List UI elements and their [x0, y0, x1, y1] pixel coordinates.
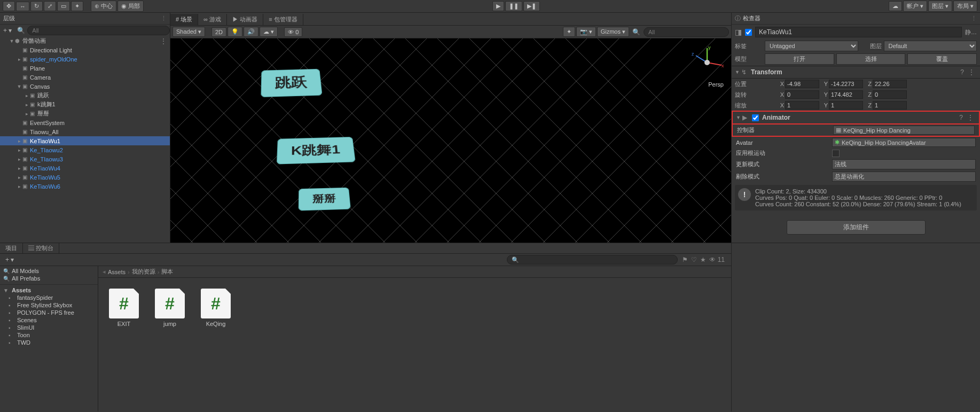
hierarchy-item[interactable]: ▸▣k跳舞1 — [0, 100, 170, 109]
folder-item[interactable]: ▪SlimUI — [0, 324, 98, 331]
avatar-field[interactable]: ✱KeQing_Hip Hop DancingAvatar — [832, 138, 976, 147]
tool-hand[interactable]: ✥ — [3, 1, 15, 11]
animator-enabled-checkbox[interactable] — [752, 114, 759, 121]
scene-menu-icon[interactable]: ⋮ — [160, 37, 170, 45]
tab-package-manager[interactable]: ≡ 包管理器 — [263, 14, 303, 25]
hidden-toggle-icon[interactable]: 👁 11 — [709, 256, 725, 263]
expand-icon[interactable]: ▼ — [9, 38, 15, 44]
expand-icon[interactable]: ▸ — [23, 111, 30, 116]
project-search-input[interactable] — [507, 255, 678, 265]
hierarchy-item[interactable]: ▸▣跳跃 — [0, 91, 170, 100]
project-add-icon[interactable]: + ▾ — [2, 256, 17, 263]
hierarchy-item[interactable]: ▼▣Canvas — [0, 82, 170, 91]
pos-z-input[interactable] — [873, 80, 907, 88]
favorite-item[interactable]: 🔍All Prefabs — [0, 275, 98, 282]
tab-project[interactable]: 项目 — [0, 243, 23, 253]
toggle-fx[interactable]: ☁ ▾ — [260, 27, 278, 37]
toggle-audio[interactable]: 🔊 — [244, 27, 258, 37]
assets-root[interactable]: ▼Assets — [0, 284, 98, 294]
add-component-button[interactable]: 添加组件 — [787, 220, 926, 235]
toggle-light[interactable]: 💡 — [228, 27, 242, 37]
folder-item[interactable]: ▪TWD — [0, 339, 98, 346]
select-button[interactable]: 选择 — [836, 53, 906, 65]
rot-x-input[interactable] — [785, 90, 819, 99]
expand-icon[interactable]: ▸ — [23, 93, 30, 98]
script-file[interactable]: #jump — [155, 289, 185, 327]
hierarchy-item[interactable]: ▣Plane — [0, 64, 170, 73]
projection-label[interactable]: Persp — [708, 81, 724, 88]
folder-item[interactable]: ▪Toon — [0, 331, 98, 339]
breadcrumb-item[interactable]: 我的资源 — [132, 268, 155, 276]
pivot-center[interactable]: ⊕ 中心 — [91, 1, 116, 12]
shaded-dropdown[interactable]: Shaded ▾ — [173, 27, 205, 37]
folder-item[interactable]: ▪Scenes — [0, 316, 98, 324]
pause-button[interactable]: ❚❚ — [505, 1, 522, 11]
tag-dropdown[interactable]: Untagged — [765, 41, 858, 51]
tab-game[interactable]: ∞ 游戏 — [198, 14, 227, 25]
tool-move[interactable]: ↔ — [16, 2, 29, 11]
tool-rect[interactable]: ▭ — [57, 1, 70, 11]
component-menu-icon[interactable]: ⋮ — [965, 114, 976, 121]
pivot-local[interactable]: ◉ 局部 — [117, 1, 144, 12]
toggle-hidden[interactable]: 👁 0 — [284, 27, 302, 37]
layout-dropdown[interactable]: 布局 ▾ — [953, 1, 977, 12]
scene-search-input[interactable] — [644, 27, 729, 37]
hierarchy-add-icon[interactable]: + ▾ — [0, 27, 15, 34]
hierarchy-item[interactable]: ▸▣KeTiaoWu4 — [0, 164, 170, 173]
toggle-2d[interactable]: 2D — [211, 27, 226, 37]
hierarchy-menu-icon[interactable]: ⋮ — [161, 15, 167, 22]
hierarchy-item[interactable]: ▸▣掰掰 — [0, 109, 170, 118]
favorite-icon[interactable]: ♡ — [691, 256, 697, 263]
root-motion-checkbox[interactable] — [832, 150, 840, 157]
component-menu-icon[interactable]: ⋮ — [966, 68, 977, 76]
hierarchy-item[interactable]: ▣EventSystem — [0, 118, 170, 127]
cull-mode-dropdown[interactable]: 总是动画化 — [832, 172, 976, 182]
scale-y-input[interactable] — [829, 101, 863, 110]
expand-icon[interactable]: ▼ — [16, 84, 22, 89]
camera-icon[interactable]: 📷 ▾ — [576, 27, 596, 37]
scene-root[interactable]: ▼ ⬢ 骨骼动画 ⋮ — [0, 36, 170, 45]
breadcrumb-item[interactable]: Assets — [108, 269, 126, 275]
pos-y-input[interactable] — [829, 80, 863, 88]
hierarchy-item[interactable]: ▸▣spider_myOldOne — [0, 55, 170, 64]
hierarchy-item[interactable]: ▣Tiaowu_All — [0, 127, 170, 136]
expand-icon[interactable]: ▸ — [16, 157, 22, 162]
account-dropdown[interactable]: 帐户 ▾ — [903, 1, 927, 12]
animator-header[interactable]: ▼ ▶ Animator ? ⋮ — [732, 111, 980, 125]
scale-x-input[interactable] — [785, 101, 819, 110]
open-button[interactable]: 打开 — [765, 53, 834, 65]
tool-scale[interactable]: ⤢ — [44, 1, 56, 11]
hierarchy-item[interactable]: ▸▣Ke_TIaowu2 — [0, 145, 170, 154]
tab-animator[interactable]: ▶ 动画器 — [227, 14, 263, 25]
step-button[interactable]: ▶❚ — [523, 1, 540, 11]
layers-dropdown[interactable]: 图层 ▾ — [928, 1, 952, 12]
rot-z-input[interactable] — [873, 90, 907, 99]
hierarchy-item[interactable]: ▸▣KeTiaoWu6 — [0, 182, 170, 191]
layer-dropdown[interactable]: Default — [884, 41, 977, 51]
script-file[interactable]: #KeQing — [201, 289, 231, 327]
expand-icon[interactable]: ▼ — [735, 69, 741, 75]
gizmos-dropdown[interactable]: Gizmos ▾ — [597, 27, 629, 37]
folder-item[interactable]: ▪POLYGON - FPS free — [0, 309, 98, 316]
transform-header[interactable]: ▼ ↯ Transform ? ⋮ — [732, 66, 980, 79]
expand-icon[interactable]: ▼ — [736, 115, 742, 120]
hierarchy-item[interactable]: ▸▣KeTiaoWu5 — [0, 173, 170, 182]
help-icon[interactable]: ? — [957, 114, 965, 121]
pos-x-input[interactable] — [785, 80, 819, 88]
override-button[interactable]: 覆盖 — [907, 53, 977, 65]
hierarchy-item[interactable]: ▣Directional Light — [0, 45, 170, 55]
tool-rotate[interactable]: ↻ — [30, 1, 43, 11]
orientation-gizmo[interactable]: x y z — [688, 44, 726, 81]
expand-icon[interactable]: ▸ — [23, 102, 30, 107]
expand-icon[interactable]: ▸ — [16, 57, 22, 62]
static-label[interactable]: 静… — [965, 28, 977, 36]
hierarchy-item[interactable]: ▣Camera — [0, 73, 170, 82]
play-button[interactable]: ▶ — [492, 1, 504, 11]
hierarchy-item[interactable]: ▸▣Ke_TIaowu3 — [0, 154, 170, 164]
expand-icon[interactable]: ▸ — [16, 184, 22, 189]
favorite-item[interactable]: 🔍All Models — [0, 267, 98, 275]
filter-icon[interactable]: ⚑ — [682, 256, 688, 263]
breadcrumb-item[interactable]: 脚本 — [161, 268, 173, 276]
expand-icon[interactable]: ▸ — [16, 166, 22, 171]
scene-viewport[interactable]: 跳跃 K跳舞1 掰掰 x y z Persp — [170, 38, 731, 243]
